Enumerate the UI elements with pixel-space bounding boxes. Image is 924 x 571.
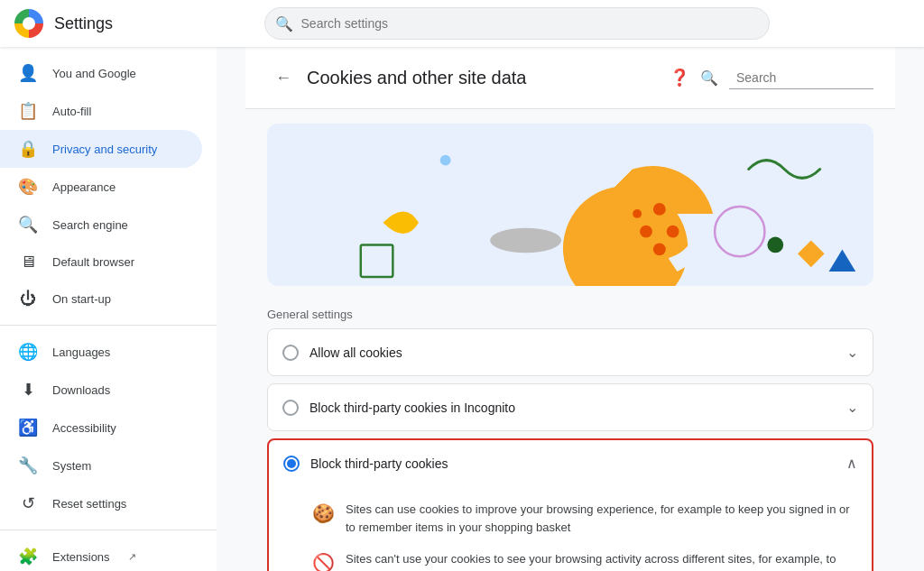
svg-point-3	[667, 226, 679, 238]
svg-rect-7	[361, 244, 393, 277]
sidebar-item-autofill[interactable]: 📋 Auto-fill	[0, 92, 202, 130]
detail-item-1: 🚫 Sites can't use your cookies to see yo…	[312, 543, 857, 571]
svg-point-1	[490, 228, 561, 253]
page-header-actions: ❓ 🔍	[670, 67, 873, 89]
block-third-party-radio[interactable]	[283, 456, 300, 472]
lock-icon: 🔒	[18, 139, 38, 159]
sidebar-item-system[interactable]: 🔧 System	[0, 447, 202, 484]
detail-text-1: Sites can't use your cookies to see your…	[346, 550, 857, 571]
default-browser-icon: 🖥	[18, 253, 38, 272]
detail-text-0: Sites can use cookies to improve your br…	[346, 501, 857, 536]
block-third-party-header[interactable]: Block third-party cookies ∧	[269, 440, 872, 486]
sidebar-label-accessibility: Accessibility	[52, 421, 116, 435]
search-icon-header: 🔍	[700, 69, 718, 87]
block-third-party-label: Block third-party cookies	[310, 456, 836, 471]
sidebar-divider-2	[0, 530, 217, 530]
allow-all-cookies-row: Allow all cookies ⌄	[267, 328, 873, 376]
allow-all-cookies-header[interactable]: Allow all cookies ⌄	[268, 329, 873, 375]
sidebar-label-extensions: Extensions	[52, 550, 110, 564]
system-icon: 🔧	[18, 456, 38, 475]
sidebar-item-on-startup[interactable]: ⏻ On start-up	[0, 281, 202, 318]
sidebar-label-downloads: Downloads	[52, 383, 110, 397]
page-header: ← Cookies and other site data ❓ 🔍	[245, 47, 895, 109]
svg-marker-11	[829, 249, 856, 272]
block-detail-icon: 🚫	[312, 552, 335, 571]
sidebar-label-autofill: Auto-fill	[52, 105, 91, 118]
accessibility-icon: ♿	[18, 418, 38, 437]
cookie-illustration	[267, 124, 873, 286]
sidebar-item-search-engine[interactable]: 🔍 Search engine	[0, 206, 202, 244]
sidebar-item-languages[interactable]: 🌐 Languages	[0, 333, 202, 371]
block-third-party-details: 🍪 Sites can use cookies to improve your …	[269, 486, 872, 571]
sidebar-label-languages: Languages	[52, 345, 110, 359]
sidebar-item-you-google[interactable]: 👤 You and Google	[0, 54, 202, 92]
svg-point-9	[767, 237, 783, 253]
section-title: General settings	[267, 293, 873, 328]
svg-point-6	[633, 209, 642, 218]
sidebar-item-reset-settings[interactable]: ↺ Reset settings	[0, 484, 202, 522]
sidebar: 👤 You and Google 📋 Auto-fill 🔒 Privacy a…	[0, 47, 217, 571]
sidebar-item-downloads[interactable]: ⬇ Downloads	[0, 371, 202, 409]
sidebar-label-search-engine: Search engine	[52, 218, 128, 232]
global-search: 🔍	[264, 7, 770, 40]
sidebar-divider	[0, 325, 217, 326]
topbar: Settings 🔍	[0, 0, 924, 47]
block-incognito-chevron: ⌄	[846, 399, 858, 416]
back-button[interactable]: ←	[267, 61, 300, 94]
block-incognito-row: Block third-party cookies in Incognito ⌄	[267, 383, 873, 431]
sidebar-item-appearance[interactable]: 🎨 Appearance	[0, 168, 202, 206]
sidebar-item-privacy-security[interactable]: 🔒 Privacy and security	[0, 130, 202, 168]
svg-point-5	[653, 243, 666, 255]
svg-marker-10	[798, 241, 825, 268]
search-icon: 🔍	[275, 15, 293, 32]
sidebar-label-privacy-security: Privacy and security	[52, 143, 157, 156]
sidebar-label-default-browser: Default browser	[52, 255, 134, 269]
allow-all-chevron: ⌄	[846, 344, 858, 361]
sidebar-label-you-google: You and Google	[52, 67, 136, 80]
block-third-party-row: Block third-party cookies ∧ 🍪 Sites can …	[267, 438, 873, 571]
reset-icon: ↺	[18, 493, 38, 513]
sidebar-label-appearance: Appearance	[52, 180, 116, 194]
block-incognito-label: Block third-party cookies in Incognito	[310, 401, 836, 415]
svg-point-4	[640, 226, 652, 238]
sidebar-item-extensions[interactable]: 🧩 Extensions ↗	[0, 538, 202, 571]
header-search-input[interactable]	[729, 67, 873, 89]
startup-icon: ⏻	[18, 290, 38, 309]
sidebar-item-accessibility[interactable]: ♿ Accessibility	[0, 409, 202, 447]
extensions-icon: 🧩	[18, 547, 38, 566]
search-input[interactable]	[264, 7, 770, 40]
search-engine-icon: 🔍	[18, 215, 38, 235]
main-layout: 👤 You and Google 📋 Auto-fill 🔒 Privacy a…	[0, 47, 924, 571]
languages-icon: 🌐	[18, 342, 38, 362]
block-incognito-radio[interactable]	[282, 400, 299, 416]
downloads-icon: ⬇	[18, 380, 38, 400]
autofill-icon: 📋	[18, 101, 38, 121]
app-title: Settings	[54, 14, 113, 33]
content-inner: ← Cookies and other site data ❓ 🔍	[245, 47, 895, 571]
svg-point-2	[653, 203, 666, 216]
help-icon[interactable]: ❓	[670, 68, 689, 87]
person-icon: 👤	[18, 63, 38, 83]
logo-inner	[23, 17, 35, 30]
content-area: ← Cookies and other site data ❓ 🔍	[217, 47, 924, 571]
cookie-detail-icon: 🍪	[312, 502, 335, 524]
svg-point-0	[440, 155, 451, 166]
allow-all-label: Allow all cookies	[310, 345, 836, 360]
chromium-logo	[14, 9, 43, 38]
sidebar-label-reset-settings: Reset settings	[52, 497, 126, 511]
detail-item-0: 🍪 Sites can use cookies to improve your …	[312, 493, 857, 543]
sidebar-item-default-browser[interactable]: 🖥 Default browser	[0, 244, 202, 281]
sidebar-label-system: System	[52, 459, 91, 473]
sidebar-label-on-startup: On start-up	[52, 292, 111, 306]
allow-all-radio[interactable]	[282, 345, 299, 361]
external-link-icon: ↗	[128, 551, 136, 563]
appearance-icon: 🎨	[18, 177, 38, 197]
block-incognito-header[interactable]: Block third-party cookies in Incognito ⌄	[268, 384, 873, 430]
block-third-party-chevron: ∧	[846, 455, 857, 472]
svg-point-8	[715, 207, 764, 256]
page-title: Cookies and other site data	[307, 68, 662, 88]
